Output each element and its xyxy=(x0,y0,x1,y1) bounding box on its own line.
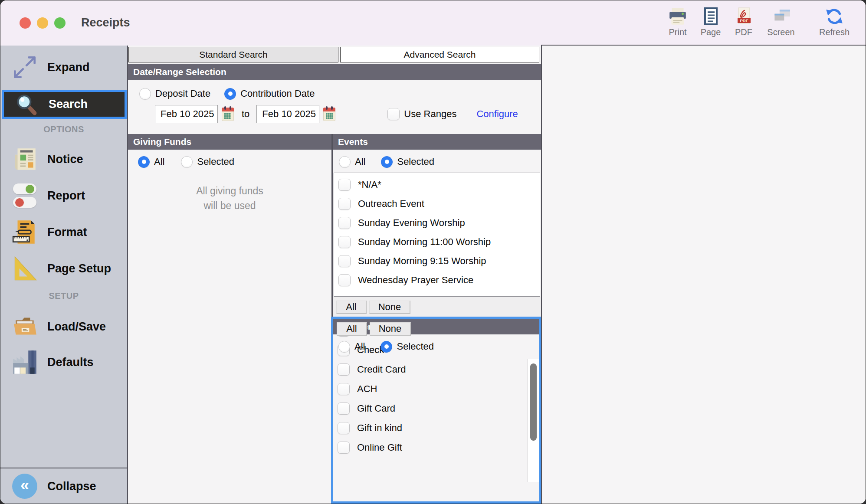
events-selected-label: Selected xyxy=(397,156,434,167)
format-document-icon xyxy=(9,217,40,247)
event-label: Sunday Morning 11:00 Worship xyxy=(358,236,491,248)
sidebar-item-load-save[interactable]: Load/Save xyxy=(0,308,127,345)
pdf-icon: PDF xyxy=(734,7,754,26)
event-label: Wednesday Prayer Service xyxy=(358,275,473,286)
close-window-button[interactable] xyxy=(20,17,31,29)
page-icon xyxy=(701,7,721,26)
events-list-item[interactable]: Wednesday Prayer Service xyxy=(334,271,540,290)
format-label: Format xyxy=(47,226,87,239)
use-ranges-checkbox[interactable] xyxy=(387,108,400,120)
svg-text:PDF: PDF xyxy=(740,18,748,23)
giving-funds-all-label: All xyxy=(154,156,164,167)
factory-icon xyxy=(9,347,40,377)
payment-types-all-radio[interactable] xyxy=(338,341,350,353)
deposit-date-radio[interactable] xyxy=(139,88,151,100)
events-all-label: All xyxy=(355,156,365,167)
sidebar-item-report[interactable]: Report xyxy=(0,178,127,213)
event-checkbox[interactable] xyxy=(338,236,351,248)
results-panel xyxy=(541,45,866,504)
payment-types-select-none-button[interactable]: None xyxy=(370,322,411,336)
from-date-calendar-icon[interactable] xyxy=(222,108,234,121)
tab-advanced-search-label: Advanced Search xyxy=(404,49,476,60)
payment-types-select-all-button[interactable]: All xyxy=(337,322,367,336)
payment-type-list-item[interactable]: ACH xyxy=(333,379,539,399)
magnifier-icon xyxy=(10,89,42,120)
sidebar-item-page-setup[interactable]: Page Setup xyxy=(0,251,127,286)
giving-funds-all-radio[interactable] xyxy=(138,156,150,168)
search-panel: Standard Search Advanced Search Date/Ran… xyxy=(128,46,541,504)
payment-type-label: Online Gift xyxy=(357,442,402,453)
sidebar-item-expand[interactable]: Expand xyxy=(0,46,127,89)
events-list: *N/A* Outreach Event Sunday Evening Wors… xyxy=(334,173,540,297)
events-selected-radio[interactable] xyxy=(381,156,393,168)
sidebar-item-defaults[interactable]: Defaults xyxy=(0,345,127,380)
tab-advanced-search[interactable]: Advanced Search xyxy=(340,47,539,62)
set-square-icon xyxy=(9,253,40,284)
folder-icon xyxy=(9,311,40,342)
events-list-item[interactable]: Sunday Morning 9:15 Worship xyxy=(334,252,540,271)
sidebar-item-search[interactable]: Search xyxy=(2,90,127,119)
payment-type-checkbox[interactable] xyxy=(338,383,350,395)
events-list-item[interactable]: Sunday Evening Worship xyxy=(334,213,540,232)
to-label: to xyxy=(242,108,249,120)
payment-type-list-item[interactable]: Gift in kind xyxy=(333,418,539,438)
payment-types-scrollbar-thumb[interactable] xyxy=(530,363,537,441)
expand-arrows-icon xyxy=(9,52,40,82)
to-date-input[interactable]: Feb 10 2025 xyxy=(256,105,319,123)
notice-label: Notice xyxy=(47,153,83,166)
newspaper-icon xyxy=(9,144,40,174)
page-setup-label: Page Setup xyxy=(47,262,111,275)
setup-section-header: SETUP xyxy=(0,291,127,301)
payment-types-list: Cash Check Credit Card xyxy=(333,319,539,442)
payment-types-selected-radio[interactable] xyxy=(381,341,392,353)
events-list-item[interactable]: Outreach Event xyxy=(334,194,540,213)
configure-link[interactable]: Configure xyxy=(476,108,518,120)
payment-types-all-label: All xyxy=(354,341,365,352)
payment-type-checkbox[interactable] xyxy=(338,422,350,434)
payment-type-list-item[interactable]: Credit Card xyxy=(333,360,539,379)
payment-type-checkbox[interactable] xyxy=(338,363,350,376)
to-date-calendar-icon[interactable] xyxy=(323,108,335,121)
giving-funds-section-header: Giving Funds xyxy=(128,134,331,150)
payment-type-checkbox[interactable] xyxy=(338,403,350,415)
sidebar-item-notice[interactable]: Notice xyxy=(0,142,127,177)
sidebar-item-format[interactable]: Format xyxy=(0,215,127,249)
date-range-section-header: Date/Range Selection xyxy=(128,64,541,80)
events-select-none-button[interactable]: None xyxy=(369,301,410,314)
screen-button[interactable]: Screen xyxy=(760,7,802,43)
giving-funds-selected-radio[interactable] xyxy=(181,156,193,168)
event-checkbox[interactable] xyxy=(338,274,351,286)
payment-types-scrollbar[interactable] xyxy=(528,359,539,482)
tab-standard-search[interactable]: Standard Search xyxy=(128,47,338,62)
events-section: Events All Selected *N/A* xyxy=(333,134,541,317)
payment-type-list-item[interactable]: Gift Card xyxy=(333,399,539,418)
defaults-label: Defaults xyxy=(47,356,94,369)
payment-types-section: Payment Types All Selected Cash xyxy=(331,317,541,504)
use-ranges-label: Use Ranges xyxy=(404,108,456,120)
event-checkbox[interactable] xyxy=(338,255,351,267)
window-title: Receipts xyxy=(81,16,130,29)
toggles-icon xyxy=(9,180,40,211)
event-checkbox[interactable] xyxy=(338,217,351,229)
payment-type-label: ACH xyxy=(357,383,377,395)
date-range-row: Feb 10 2025 to Feb 10 2025 Use Ranges Co… xyxy=(155,105,518,123)
titlebar: Receipts Print xyxy=(0,0,866,46)
events-list-item[interactable]: Sunday Morning 11:00 Worship xyxy=(334,232,540,252)
events-list-item[interactable]: *N/A* xyxy=(334,175,540,194)
payment-type-checkbox[interactable] xyxy=(338,442,350,454)
minimize-window-button[interactable] xyxy=(37,17,48,29)
payment-type-label: Credit Card xyxy=(357,364,406,375)
event-checkbox[interactable] xyxy=(338,198,351,210)
refresh-button[interactable]: Refresh xyxy=(814,7,855,43)
zoom-window-button[interactable] xyxy=(54,17,66,29)
pdf-button[interactable]: PDF PDF xyxy=(723,7,764,43)
from-date-input[interactable]: Feb 10 2025 xyxy=(155,105,218,123)
event-checkbox[interactable] xyxy=(338,179,351,191)
events-all-radio[interactable] xyxy=(339,156,351,168)
sidebar-item-collapse[interactable]: « Collapse xyxy=(0,469,127,504)
events-section-header: Events xyxy=(333,134,541,150)
report-label: Report xyxy=(47,189,85,203)
contribution-date-radio[interactable] xyxy=(224,88,236,100)
events-select-all-button[interactable]: All xyxy=(336,301,367,314)
events-footer: All None xyxy=(333,297,541,317)
